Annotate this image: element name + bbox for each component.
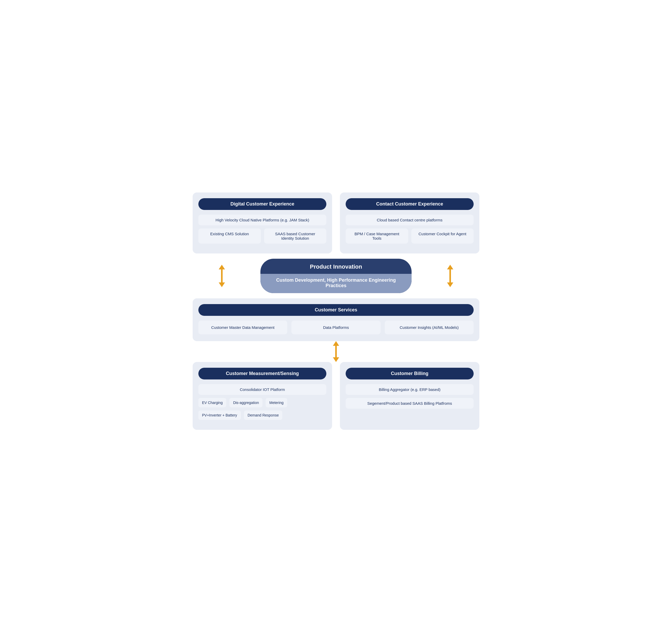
contact-experience-box: Contact Customer Experience Cloud based …	[340, 193, 479, 253]
contact-chip2: BPM / Case Management Tools	[346, 229, 408, 244]
top-row: Digital Customer Experience High Velocit…	[193, 193, 479, 253]
arrows-top-row: Product Innovation Custom Development, H…	[193, 253, 479, 298]
digital-chip2: Existing CMS Solution	[198, 229, 261, 244]
measurement-header: Customer Measurement/Sensing	[198, 368, 326, 379]
billing-chips-row1: Billing Aggregator (e.g. ERP based)	[346, 384, 474, 395]
product-innovation-box: Product Innovation Custom Development, H…	[260, 259, 412, 293]
left-arrow-shaft	[221, 269, 223, 282]
customer-services-box: Customer Services Customer Master Data M…	[193, 298, 479, 341]
left-arrow	[219, 265, 225, 287]
left-arrow-head-down	[219, 282, 225, 287]
left-arrow-head-up	[219, 265, 225, 269]
digital-chips-row1: High Velocity Cloud Native Platforms (e.…	[198, 215, 326, 225]
contact-chips-row1: Cloud based Contact centre platforms	[346, 215, 474, 225]
center-arrow-head-down	[333, 357, 339, 362]
measurement-chips-row2: EV Charging Dis-aggregation Metering	[198, 398, 326, 407]
billing-box: Customer Billing Billing Aggregator (e.g…	[340, 362, 479, 430]
contact-chip3: Customer Cockpit for Agent	[411, 229, 474, 244]
measurement-chips-row3: PV+Inverter + Battery Demand Response	[198, 411, 326, 420]
measurement-chip4: Metering	[266, 398, 287, 407]
customer-services-chips: Customer Master Data Management Data Pla…	[198, 320, 474, 334]
digital-experience-header: Digital Customer Experience	[198, 198, 326, 210]
center-arrow-head-up	[333, 341, 339, 346]
center-arrow	[333, 341, 339, 362]
billing-chip1: Billing Aggregator (e.g. ERP based)	[346, 384, 474, 395]
digital-experience-box: Digital Customer Experience High Velocit…	[193, 193, 332, 253]
measurement-chip1: Consolidator IOT Platform	[198, 384, 326, 395]
contact-chip1: Cloud based Contact centre platforms	[346, 215, 474, 225]
measurement-chip3: Dis-aggregation	[229, 398, 262, 407]
measurement-chips-row1: Consolidator IOT Platform	[198, 384, 326, 395]
digital-chip3: SAAS based Customer Identity Solution	[264, 229, 327, 244]
measurement-box: Customer Measurement/Sensing Consolidato…	[193, 362, 332, 430]
right-arrow-shaft	[449, 269, 451, 282]
bottom-row: Customer Measurement/Sensing Consolidato…	[193, 362, 479, 430]
diagram-container: Digital Customer Experience High Velocit…	[193, 193, 479, 430]
measurement-chip2: EV Charging	[198, 398, 226, 407]
contact-experience-header: Contact Customer Experience	[346, 198, 474, 210]
billing-chips-row2: Segement/Product based SAAS Billing Plat…	[346, 398, 474, 409]
cs-chip2: Data Platforms	[291, 320, 380, 334]
right-arrow-head-down	[447, 282, 453, 287]
customer-services-header: Customer Services	[198, 304, 474, 316]
product-innovation-title: Product Innovation	[260, 259, 412, 274]
measurement-chip6: Demand Response	[244, 411, 283, 420]
billing-header: Customer Billing	[346, 368, 474, 379]
center-arrow-shaft	[335, 346, 337, 357]
cs-chip1: Customer Master Data Management	[198, 320, 287, 334]
cs-chip3: Customer Insights (AI/ML Models)	[385, 320, 474, 334]
measurement-chip5: PV+Inverter + Battery	[198, 411, 241, 420]
contact-chips-row2: BPM / Case Management Tools Customer Coc…	[346, 229, 474, 244]
billing-chip2: Segement/Product based SAAS Billing Plat…	[346, 398, 474, 409]
digital-chip1: High Velocity Cloud Native Platforms (e.…	[198, 215, 326, 225]
product-innovation-subtitle: Custom Development, High Performance Eng…	[260, 274, 412, 293]
digital-chips-row2: Existing CMS Solution SAAS based Custome…	[198, 229, 326, 244]
right-arrow-head-up	[447, 265, 453, 269]
right-arrow	[447, 265, 453, 287]
